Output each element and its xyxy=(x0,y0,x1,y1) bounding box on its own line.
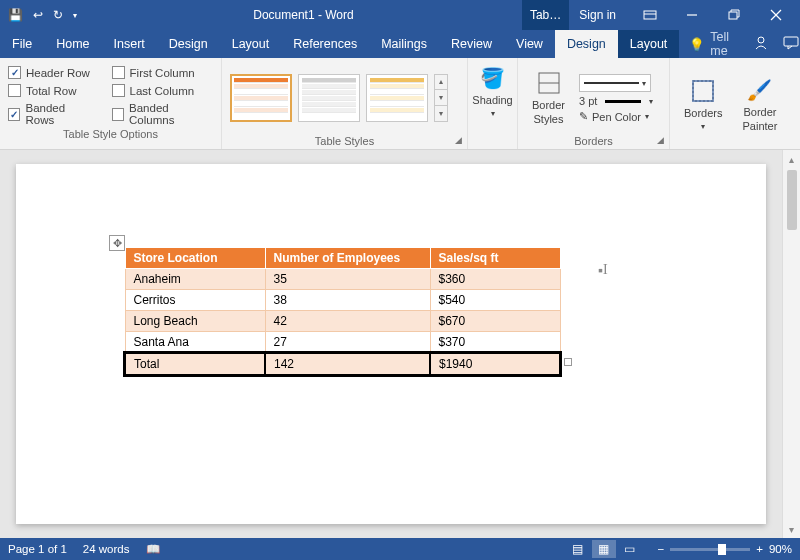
table-cell[interactable]: Total xyxy=(125,353,265,375)
cursor-marker-icon: ▪I xyxy=(598,262,608,278)
table-cell[interactable]: 142 xyxy=(265,353,430,375)
table-cell[interactable]: 38 xyxy=(265,290,430,311)
close-button[interactable] xyxy=(758,0,794,30)
scroll-up-icon[interactable]: ▴ xyxy=(783,150,800,168)
table-move-handle-icon[interactable]: ✥ xyxy=(109,235,125,251)
group-table-styles: ▴▾▾ Table Styles ◢ xyxy=(222,58,468,149)
page[interactable]: ✥ Store Location Number of Employees Sal… xyxy=(16,164,766,524)
qat-dropdown-icon[interactable]: ▾ xyxy=(73,11,77,20)
table-cell[interactable]: Long Beach xyxy=(125,311,265,332)
table-header[interactable]: Store Location xyxy=(125,248,265,269)
zoom-control[interactable]: − + 90% xyxy=(658,543,792,555)
pen-color-button[interactable]: ✎Pen Color▾ xyxy=(579,110,653,123)
border-styles-icon xyxy=(535,69,563,97)
table-cell[interactable]: $670 xyxy=(430,311,560,332)
chk-header-row[interactable]: Header Row xyxy=(8,66,94,79)
page-count[interactable]: Page 1 of 1 xyxy=(8,543,67,555)
paint-bucket-icon: 🪣 xyxy=(479,64,507,92)
table-cell[interactable]: $1940 xyxy=(430,353,560,375)
vertical-scrollbar[interactable]: ▴ ▾ xyxy=(782,150,800,538)
group-borders-painter: Borders▾ 🖌️ Border Painter xyxy=(670,58,762,149)
tab-table-design[interactable]: Design xyxy=(555,30,618,58)
table-cell[interactable]: $540 xyxy=(430,290,560,311)
table-style-thumb-1[interactable] xyxy=(230,74,292,122)
svg-rect-0 xyxy=(644,11,656,19)
restore-button[interactable] xyxy=(716,0,752,30)
chk-last-column[interactable]: Last Column xyxy=(112,84,213,97)
table-cell[interactable]: Cerritos xyxy=(125,290,265,311)
table-cell[interactable]: Anaheim xyxy=(125,269,265,290)
status-bar: Page 1 of 1 24 words 📖 ▤ ▦ ▭ − + 90% xyxy=(0,538,800,560)
zoom-slider[interactable] xyxy=(670,548,750,551)
group-borders: Border Styles ▾ 3 pt▾ ✎Pen Color▾ Border… xyxy=(518,58,670,149)
web-layout-icon[interactable]: ▭ xyxy=(618,540,642,558)
table-cell[interactable]: 35 xyxy=(265,269,430,290)
share-icon[interactable] xyxy=(753,35,769,54)
tab-table-layout[interactable]: Layout xyxy=(618,30,680,58)
chk-first-column[interactable]: First Column xyxy=(112,66,213,79)
paintbrush-icon: 🖌️ xyxy=(746,76,774,104)
table-cell[interactable]: 42 xyxy=(265,311,430,332)
word-count[interactable]: 24 words xyxy=(83,543,130,555)
table-header[interactable]: Number of Employees xyxy=(265,248,430,269)
read-mode-icon[interactable]: ▤ xyxy=(566,540,590,558)
title-bar: 💾 ↩ ↻ ▾ Document1 - Word Tab… Sign in xyxy=(0,0,800,30)
redo-icon[interactable]: ↻ xyxy=(53,8,63,22)
tab-review[interactable]: Review xyxy=(439,30,504,58)
svg-rect-11 xyxy=(693,81,713,101)
svg-rect-7 xyxy=(784,37,798,46)
shading-button[interactable]: 🪣 Shading ▾ xyxy=(476,62,509,121)
print-layout-icon[interactable]: ▦ xyxy=(592,540,616,558)
minimize-button[interactable] xyxy=(674,0,710,30)
tab-file[interactable]: File xyxy=(0,30,44,58)
lightbulb-icon: 💡 xyxy=(689,37,705,52)
tab-home[interactable]: Home xyxy=(44,30,101,58)
table-cell[interactable]: Santa Ana xyxy=(125,332,265,354)
tab-view[interactable]: View xyxy=(504,30,555,58)
word-table[interactable]: Store Location Number of Employees Sales… xyxy=(124,247,561,376)
borders-launcher-icon[interactable]: ◢ xyxy=(654,134,666,146)
tell-me-search[interactable]: 💡Tell me xyxy=(679,30,739,58)
chevron-down-icon: ▾ xyxy=(491,109,495,119)
undo-icon[interactable]: ↩ xyxy=(33,8,43,22)
proofing-icon[interactable]: 📖 xyxy=(146,542,160,556)
table-cell[interactable]: $370 xyxy=(430,332,560,354)
table-cell[interactable]: $360 xyxy=(430,269,560,290)
table-styles-launcher-icon[interactable]: ◢ xyxy=(452,134,464,146)
tab-design[interactable]: Design xyxy=(157,30,220,58)
table-header[interactable]: Sales/sq ft xyxy=(430,248,560,269)
borders-button[interactable]: Borders▾ xyxy=(678,75,729,134)
document-area: ✥ Store Location Number of Employees Sal… xyxy=(0,150,800,538)
border-painter-button[interactable]: 🖌️ Border Painter xyxy=(737,74,784,134)
ribbon: Header Row Total Row Banded Rows First C… xyxy=(0,58,800,150)
zoom-level[interactable]: 90% xyxy=(769,543,792,555)
table-tools-label: Tab… xyxy=(522,0,569,30)
svg-point-6 xyxy=(758,37,764,43)
zoom-in-icon[interactable]: + xyxy=(756,543,763,555)
scroll-down-icon[interactable]: ▾ xyxy=(783,520,800,538)
chk-banded-columns[interactable]: Banded Columns xyxy=(112,102,213,126)
tab-mailings[interactable]: Mailings xyxy=(369,30,439,58)
tab-layout[interactable]: Layout xyxy=(220,30,282,58)
ribbon-display-icon[interactable] xyxy=(632,0,668,30)
save-icon[interactable]: 💾 xyxy=(8,8,23,22)
line-style-selector[interactable]: ▾ xyxy=(579,74,651,92)
tab-references[interactable]: References xyxy=(281,30,369,58)
tab-insert[interactable]: Insert xyxy=(102,30,157,58)
table-resize-handle-icon[interactable] xyxy=(564,358,572,366)
table-style-thumb-3[interactable] xyxy=(366,74,428,122)
chk-banded-rows[interactable]: Banded Rows xyxy=(8,102,94,126)
border-styles-button[interactable]: Border Styles xyxy=(526,67,571,127)
table-cell[interactable]: 27 xyxy=(265,332,430,354)
line-weight-selector[interactable]: 3 pt▾ xyxy=(579,95,653,107)
ribbon-tabs: File Home Insert Design Layout Reference… xyxy=(0,30,800,58)
scroll-thumb[interactable] xyxy=(787,170,797,230)
chk-total-row[interactable]: Total Row xyxy=(8,84,94,97)
table-style-thumb-2[interactable] xyxy=(298,74,360,122)
pen-icon: ✎ xyxy=(579,110,588,123)
sign-in-link[interactable]: Sign in xyxy=(569,8,626,22)
zoom-out-icon[interactable]: − xyxy=(658,543,665,555)
svg-rect-3 xyxy=(729,12,737,19)
gallery-scroll[interactable]: ▴▾▾ xyxy=(434,74,448,122)
comments-icon[interactable] xyxy=(783,35,799,54)
